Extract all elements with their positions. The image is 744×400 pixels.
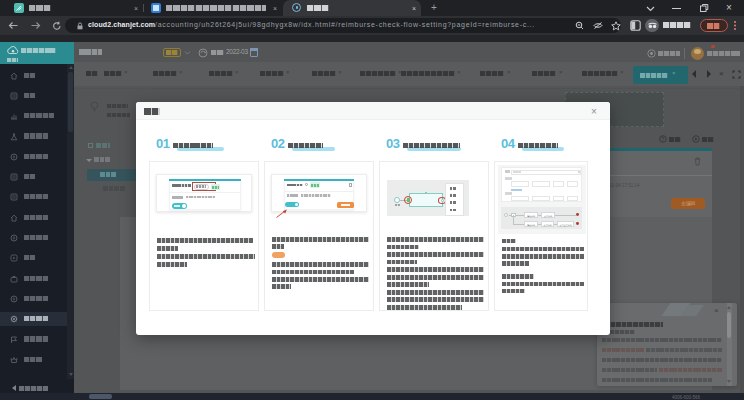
svg-text:?: ? xyxy=(662,136,665,142)
